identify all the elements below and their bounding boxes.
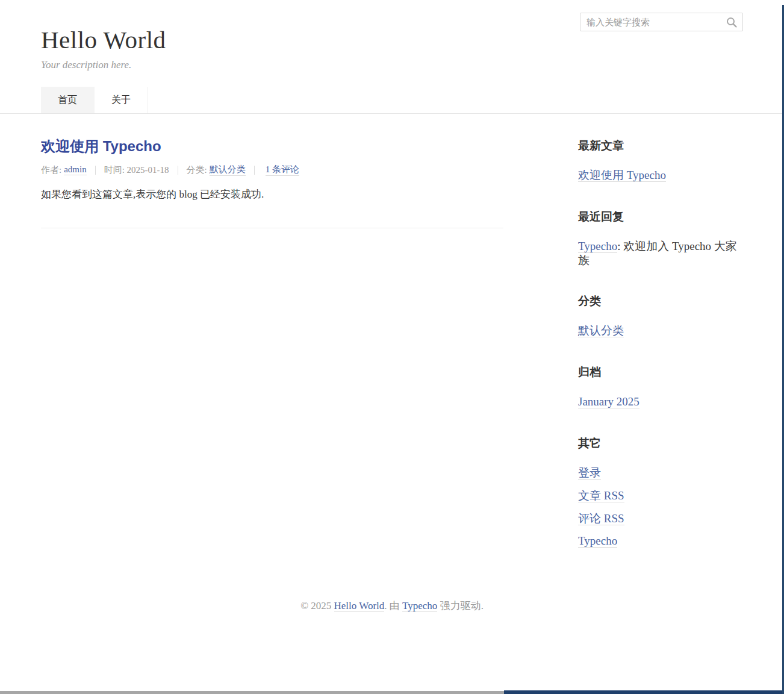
site-description: Your description here. <box>41 59 743 71</box>
nav-item-home[interactable]: 首页 <box>41 87 95 113</box>
background-window-edge-bottom <box>504 690 784 694</box>
footer-suffix-text: 强力驱动. <box>437 600 484 611</box>
recent-reply-author-link[interactable]: Typecho <box>578 240 617 253</box>
sidebar-section-recent-replies: 最近回复 Typecho: 欢迎加入 Typecho 大家族 <box>578 209 743 267</box>
meta-separator <box>254 166 255 175</box>
nav-item-about[interactable]: 关于 <box>95 87 148 113</box>
sidebar-heading-recent-replies: 最近回复 <box>578 209 743 225</box>
list-item: 登录 <box>578 466 743 480</box>
list-item: Typecho: 欢迎加入 Typecho 大家族 <box>578 240 743 267</box>
post-date: 时间: 2025-01-18 <box>104 164 169 176</box>
list-item: 文章 RSS <box>578 489 743 503</box>
post-comments-link[interactable]: 1 条评论 <box>266 164 299 176</box>
list-item: 欢迎使用 Typecho <box>578 169 743 183</box>
post-rss-link[interactable]: 文章 RSS <box>578 489 624 502</box>
meta-separator <box>95 166 96 175</box>
site-footer: © 2025 Hello World. 由 Typecho 强力驱动. <box>41 575 743 613</box>
background-window-taskbar-edge <box>0 691 504 694</box>
post-author-label: 作者: <box>41 164 61 176</box>
post-author-link[interactable]: admin <box>64 164 87 175</box>
typecho-link[interactable]: Typecho <box>578 534 617 548</box>
post-title-link[interactable]: 欢迎使用 Typecho <box>41 137 503 156</box>
list-item: 评论 RSS <box>578 512 743 526</box>
post-meta: 作者: admin 时间: 2025-01-18 分类: 默认分类 1 条评论 <box>41 164 503 176</box>
archive-link[interactable]: January 2025 <box>578 395 639 408</box>
footer-middle-text: . 由 <box>384 600 402 611</box>
sidebar-section-archives: 归档 January 2025 <box>578 364 743 409</box>
post-divider <box>41 228 503 228</box>
sidebar: 最新文章 欢迎使用 Typecho 最近回复 Typecho: 欢迎加入 Typ… <box>578 114 743 575</box>
sidebar-heading-misc: 其它 <box>578 436 743 451</box>
list-item: January 2025 <box>578 395 743 409</box>
site-header: Hello World Your description here. 首页 关于 <box>0 0 784 114</box>
sidebar-heading-categories: 分类 <box>578 293 743 309</box>
recent-post-link[interactable]: 欢迎使用 Typecho <box>578 169 666 182</box>
meta-separator <box>178 166 178 175</box>
post-category-label: 分类: <box>187 164 207 176</box>
category-link[interactable]: 默认分类 <box>578 324 624 337</box>
search-icon <box>726 16 738 28</box>
post-body: 如果您看到这篇文章,表示您的 blog 已经安装成功. <box>41 187 503 202</box>
footer-copyright: © 2025 <box>300 600 334 611</box>
post-article: 欢迎使用 Typecho 作者: admin 时间: 2025-01-18 分类… <box>41 137 503 202</box>
footer-site-link[interactable]: Hello World <box>334 600 385 612</box>
comment-rss-link[interactable]: 评论 RSS <box>578 512 624 525</box>
sidebar-heading-archives: 归档 <box>578 364 743 380</box>
login-link[interactable]: 登录 <box>578 466 601 480</box>
search-box <box>580 13 743 31</box>
list-item: 默认分类 <box>578 324 743 338</box>
main-nav: 首页 关于 <box>41 87 743 113</box>
sidebar-section-categories: 分类 默认分类 <box>578 293 743 338</box>
sidebar-section-recent-posts: 最新文章 欢迎使用 Typecho <box>578 138 743 183</box>
search-button[interactable] <box>723 16 742 28</box>
post-category-link[interactable]: 默认分类 <box>210 164 246 176</box>
sidebar-heading-recent-posts: 最新文章 <box>578 138 743 154</box>
sidebar-section-misc: 其它 登录 文章 RSS 评论 RSS Typecho <box>578 436 743 548</box>
search-input[interactable] <box>580 17 723 27</box>
main-column: 欢迎使用 Typecho 作者: admin 时间: 2025-01-18 分类… <box>41 114 503 575</box>
footer-engine-link[interactable]: Typecho <box>402 600 437 612</box>
list-item: Typecho <box>578 534 743 548</box>
